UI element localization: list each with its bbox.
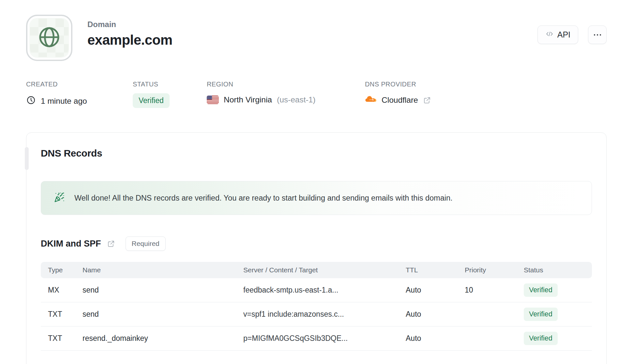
domain-eyebrow: Domain xyxy=(87,20,173,29)
dns-provider-value: Cloudflare xyxy=(382,96,418,105)
record-type: TXT xyxy=(41,310,83,319)
region-label: REGION xyxy=(207,81,365,88)
region-code: (us-east-1) xyxy=(277,95,315,104)
dkim-external-link-icon[interactable] xyxy=(107,240,115,248)
region-value-row: North Virginia (us-east-1) xyxy=(207,95,365,104)
dkim-spf-title: DKIM and SPF xyxy=(41,239,101,249)
created-value: 1 minute ago xyxy=(41,97,87,106)
domain-meta-row: CREATED 1 minute ago STATUS Verified REG… xyxy=(26,81,607,108)
clock-icon xyxy=(26,95,36,107)
dns-records-table: Type Name Server / Content / Target TTL … xyxy=(41,262,592,351)
record-name: resend._domainkey xyxy=(83,334,243,343)
col-name: Name xyxy=(83,266,243,274)
domain-identity: Domain example.com xyxy=(26,15,173,61)
region-value: North Virginia xyxy=(224,95,272,104)
banner-message: Well done! All the DNS records are verif… xyxy=(74,194,453,203)
created-value-row: 1 minute ago xyxy=(26,95,133,107)
record-content: v=spf1 include:amazonses.c... xyxy=(243,310,406,319)
external-link-icon[interactable] xyxy=(423,96,431,104)
record-content: feedback-smtp.us-east-1.a... xyxy=(243,286,406,295)
status-label: STATUS xyxy=(133,81,207,88)
table-header-row: Type Name Server / Content / Target TTL … xyxy=(41,262,592,278)
dns-provider-value-row: Cloudflare xyxy=(365,95,431,105)
header-actions: API xyxy=(537,25,607,44)
title-block: Domain example.com xyxy=(87,15,173,61)
record-name: send xyxy=(83,286,243,295)
table-row[interactable]: TXT resend._domainkey p=MIGfMA0GCSqGSIb3… xyxy=(41,326,592,351)
meta-region: REGION North Virginia (us-east-1) xyxy=(207,81,365,108)
us-flag-icon xyxy=(207,96,219,104)
status-badge: Verified xyxy=(133,93,170,108)
dns-provider-label: DNS PROVIDER xyxy=(365,81,431,88)
code-icon xyxy=(545,30,554,40)
record-type: TXT xyxy=(41,334,83,343)
table-row[interactable]: TXT send v=spf1 include:amazonses.c... A… xyxy=(41,302,592,326)
verified-badge: Verified xyxy=(524,332,558,345)
required-badge: Required xyxy=(126,236,166,251)
api-button-label: API xyxy=(557,30,570,39)
page-title: example.com xyxy=(87,32,173,48)
cloudflare-icon xyxy=(365,95,377,105)
col-ttl: TTL xyxy=(406,266,465,274)
col-status: Status xyxy=(524,266,592,274)
verified-badge: Verified xyxy=(524,283,558,297)
domain-page: Domain example.com API xyxy=(0,0,634,364)
record-ttl: Auto xyxy=(406,286,465,295)
ellipsis-icon xyxy=(594,34,601,36)
dns-records-title: DNS Records xyxy=(41,148,592,159)
col-content: Server / Content / Target xyxy=(243,266,406,274)
success-banner: Well done! All the DNS records are verif… xyxy=(41,181,592,215)
more-options-button[interactable] xyxy=(588,25,607,44)
record-ttl: Auto xyxy=(406,310,465,319)
record-type: MX xyxy=(41,286,83,295)
meta-dns-provider: DNS PROVIDER Cloudflare xyxy=(365,81,431,108)
party-popper-icon xyxy=(54,192,65,204)
dkim-spf-section-header: DKIM and SPF Required xyxy=(41,236,592,251)
record-name: send xyxy=(83,310,243,319)
record-status-cell: Verified xyxy=(524,332,592,345)
record-content: p=MIGfMA0GCSqGSIb3DQE... xyxy=(243,334,406,343)
verified-badge: Verified xyxy=(524,308,558,321)
record-status-cell: Verified xyxy=(524,283,592,297)
meta-created: CREATED 1 minute ago xyxy=(26,81,133,108)
created-label: CREATED xyxy=(26,81,133,88)
api-button[interactable]: API xyxy=(537,25,578,44)
table-row[interactable]: MX send feedback-smtp.us-east-1.a... Aut… xyxy=(41,278,592,302)
page-header: Domain example.com API xyxy=(26,15,607,61)
domain-avatar xyxy=(26,15,72,61)
record-priority: 10 xyxy=(465,286,524,295)
col-priority: Priority xyxy=(465,266,524,274)
record-status-cell: Verified xyxy=(524,308,592,321)
card-side-indicator xyxy=(25,147,29,170)
record-ttl: Auto xyxy=(406,334,465,343)
globe-icon xyxy=(37,24,62,51)
dns-records-card: DNS Records Well done! All the DNS recor… xyxy=(26,132,607,364)
meta-status: STATUS Verified xyxy=(133,81,207,108)
col-type: Type xyxy=(41,266,83,274)
